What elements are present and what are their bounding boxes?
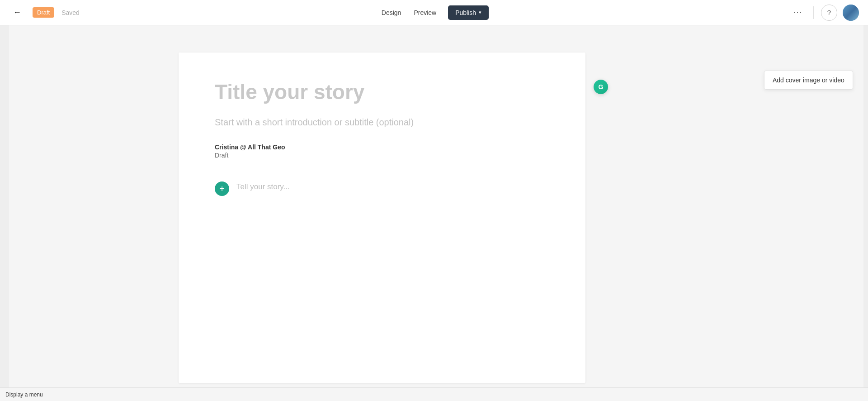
topbar-left: ← Draft Saved — [9, 5, 80, 21]
more-options-button[interactable]: ··· — [790, 5, 806, 21]
grammarly-icon[interactable]: G — [594, 80, 608, 94]
publish-button[interactable]: Publish ▾ — [448, 5, 489, 20]
story-body-row: + Tell your story... — [215, 181, 549, 196]
back-button[interactable]: ← — [9, 5, 25, 21]
grammarly-letter: G — [599, 83, 604, 91]
design-link[interactable]: Design — [381, 6, 402, 19]
story-body-input[interactable]: Tell your story... — [236, 181, 290, 191]
vertical-divider — [813, 6, 814, 19]
add-block-button[interactable]: + — [215, 181, 229, 196]
display-menu-label: Display a menu — [5, 391, 43, 398]
editor-area: G Title your story Start with a short in… — [9, 25, 755, 401]
bottom-bar: Display a menu — [0, 387, 868, 401]
publish-label: Publish — [455, 9, 476, 16]
chevron-down-icon: ▾ — [479, 10, 481, 15]
topbar-center: Design Preview Publish ▾ — [381, 5, 489, 20]
preview-link[interactable]: Preview — [413, 6, 437, 19]
help-icon: ? — [827, 9, 831, 16]
author-name: Cristina @ All That Geo — [215, 143, 549, 151]
right-sidebar: Add cover image or video — [755, 25, 863, 401]
editor-panel: G Title your story Start with a short in… — [179, 53, 585, 383]
far-right-sidebar — [863, 25, 868, 401]
author-section: Cristina @ All That Geo Draft — [215, 143, 549, 159]
saved-label: Saved — [61, 9, 80, 16]
subtitle-input[interactable]: Start with a short introduction or subti… — [215, 115, 549, 129]
avatar-image — [843, 5, 859, 21]
main-content: G Title your story Start with a short in… — [0, 25, 868, 401]
title-input[interactable]: Title your story — [215, 80, 549, 105]
add-cover-button[interactable]: Add cover image or video — [764, 71, 853, 90]
topbar-right: ··· ? — [790, 5, 859, 21]
back-arrow-icon: ← — [13, 8, 21, 17]
avatar[interactable] — [843, 5, 859, 21]
topbar: ← Draft Saved Design Preview Publish ▾ ·… — [0, 0, 868, 25]
left-sidebar — [0, 25, 9, 401]
help-button[interactable]: ? — [821, 5, 837, 21]
draft-badge: Draft — [33, 7, 54, 18]
author-status: Draft — [215, 152, 549, 159]
plus-icon: + — [219, 184, 225, 193]
